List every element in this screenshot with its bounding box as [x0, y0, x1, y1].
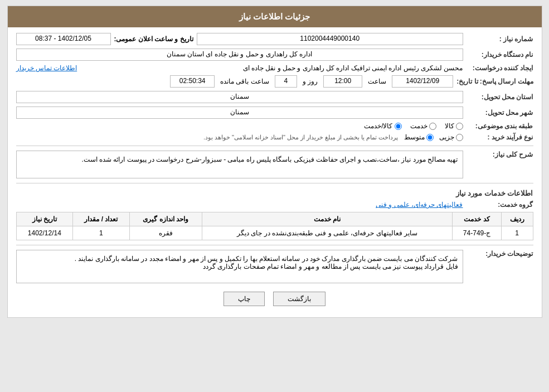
shahr-label: شهر محل تحویل:: [467, 109, 533, 117]
tabaqe-label: طبقه بندی موضوعی:: [467, 122, 533, 130]
mohlat-saat: 12:00: [323, 75, 362, 88]
tabaqe-kalakhedmat-radio[interactable]: [395, 123, 402, 130]
sharh-label: شرح کلی نیاز:: [467, 151, 533, 158]
mohlat-label: مهلت ارسال پاسخ: تا تاریخ:: [456, 78, 533, 85]
th-radif: ردیف: [501, 212, 533, 226]
th-tedad: تعداد / مقدار: [73, 212, 130, 226]
ettelaat-link[interactable]: اطلاعات تماس خریدار: [16, 64, 77, 72]
faravand-row: نوع فرآیند خرید : جزیی متوسط پرداخت تمام…: [16, 133, 533, 141]
tarikh-value: 1402/12/05 - 08:37: [16, 33, 111, 45]
tawziat-row: توضیحات خریدار: شرکت کنندگان می بایست ضم…: [16, 250, 533, 283]
page-title: جزئیات اطلاعات نیاز: [239, 12, 310, 21]
sharh-value: تهیه مصالح مورد نیاز ،ساخت،نصب و اجرای ح…: [16, 151, 463, 178]
tabaqe-khedmat-label: خدمت: [410, 122, 427, 130]
tawziat-label: توضیحات خریدار:: [467, 250, 533, 258]
tabaqe-row: طبقه بندی موضوعی: کالا خدمت کالا/خدمت: [16, 122, 533, 130]
services-section-title: اطلاعات خدمات مورد نیاز: [16, 189, 533, 197]
faravand-jozei-label: جزیی: [439, 133, 454, 141]
tabaqe-kala-radio[interactable]: [456, 123, 463, 130]
th-kod-khedmat: کد خدمت: [453, 212, 502, 226]
cell-radif: 1: [501, 226, 533, 240]
shomara-niaz-row: شماره نیاز : 1102004449000140 تاریخ و سا…: [16, 33, 533, 45]
cell-tarikh-niaz: 1402/12/14: [16, 226, 73, 240]
ostan-value: سمنان: [16, 91, 463, 103]
ostan-row: استان محل تحویل: سمنان: [16, 91, 533, 103]
tabaqe-kala-item: کالا: [445, 122, 463, 130]
tabaqe-kala-label: کالا: [445, 122, 454, 130]
faravand-note: پرداخت تمام یا بخشی از مبلغ خریدار از مح…: [203, 134, 399, 141]
tabaqe-radio-group: کالا خدمت کالا/خدمت: [16, 122, 463, 130]
tawziat-value: شرکت کنندگان می بایست ضمن بارگذاری مدارک…: [16, 250, 463, 283]
faravand-motovaset-item: متوسط: [404, 133, 434, 141]
page-container: جزئیات اطلاعات نیاز شماره نیاز : 1102004…: [7, 6, 542, 318]
shahr-value: سمنان: [16, 107, 463, 119]
shomara-niaz-value: 1102004449000140: [197, 33, 463, 45]
baqi-label: ساعت باقی مانده: [220, 78, 269, 85]
nam-dastaghah-label: نام دستگاه خریدار:: [467, 51, 533, 59]
nam-dastaghah-value: اداره کل راهداری و حمل و نقل جاده ای است…: [16, 49, 463, 61]
cell-nam-khedmat: سایر فعالیتهای حرفه‌ای، علمی و فنی طبقه‌…: [202, 226, 453, 240]
shomara-niaz-label: شماره نیاز :: [467, 35, 533, 43]
faravand-jozei-radio[interactable]: [456, 134, 463, 141]
cell-tedad: 1: [73, 226, 130, 240]
table-row: 1 ج-749-74 سایر فعالیتهای حرفه‌ای، علمی …: [16, 226, 533, 240]
buttons-row: بازگشت چاپ: [16, 292, 533, 306]
ijad-konande-label: ایجاد کننده درخواست:: [467, 64, 533, 72]
mohlat-roz: 4: [275, 75, 297, 88]
th-vahed: واحد اندازه گیری: [129, 212, 202, 226]
tarikh-label: تاریخ و ساعت اعلان عمومی:: [114, 35, 193, 43]
mohlat-date: 1402/12/09: [392, 75, 453, 88]
tabaqe-kalakhedmat-label: کالا/خدمت: [364, 122, 392, 130]
shahr-row: شهر محل تحویل: سمنان: [16, 107, 533, 119]
faravand-motovaset-radio[interactable]: [426, 134, 434, 141]
grooh-khedmat-value[interactable]: فعالیتهای حرفه‌ای، علمی و فنی: [376, 201, 463, 209]
mohlat-row: مهلت ارسال پاسخ: تا تاریخ: 1402/12/09 سا…: [16, 75, 533, 88]
roz-label: روز و: [303, 78, 318, 85]
faravand-jozei-item: جزیی: [439, 133, 463, 141]
cell-kod-khedmat: ج-749-74: [453, 226, 502, 240]
th-tarikh-niaz: تاریخ نیاز: [16, 212, 73, 226]
chap-button[interactable]: چاپ: [224, 292, 265, 306]
grooh-khedmat-row: گروه خدمت: فعالیتهای حرفه‌ای، علمی و فنی: [16, 201, 533, 209]
grooh-khedmat-label: گروه خدمت:: [467, 201, 533, 209]
tabaqe-kalakhedmat-item: کالا/خدمت: [364, 122, 401, 130]
mohlat-baqi: 02:50:34: [170, 75, 215, 88]
cell-vahed: فقره: [129, 226, 202, 240]
ijad-konande-row: ایجاد کننده درخواست: محسن لشکری رئیس ادا…: [16, 64, 533, 72]
services-table: ردیف کد خدمت نام خدمت واحد اندازه گیری ت…: [16, 212, 533, 240]
ostan-label: استان محل تحویل:: [467, 93, 533, 101]
faravand-motovaset-label: متوسط: [404, 133, 425, 141]
sharh-row: شرح کلی نیاز: تهیه مصالح مورد نیاز ،ساخت…: [16, 151, 533, 178]
page-header: جزئیات اطلاعات نیاز: [8, 6, 542, 27]
content: شماره نیاز : 1102004449000140 تاریخ و سا…: [8, 27, 542, 317]
bazgasht-button[interactable]: بازگشت: [273, 292, 325, 306]
table-header-row: ردیف کد خدمت نام خدمت واحد اندازه گیری ت…: [16, 212, 533, 226]
nam-dastaghah-row: نام دستگاه خریدار: اداره کل راهداری و حم…: [16, 49, 533, 61]
saat-label: ساعت: [368, 78, 386, 85]
faravand-label: نوع فرآیند خرید :: [467, 133, 533, 141]
tabaqe-khedmat-radio[interactable]: [429, 123, 436, 130]
th-nam-khedmat: نام خدمت: [202, 212, 453, 226]
ijad-konande-value: محسن لشکری رئیس اداره ایمنی ترافیک اداره…: [80, 64, 463, 72]
faravand-options: جزیی متوسط پرداخت تمام یا بخشی از مبلغ خ…: [16, 133, 463, 141]
tabaqe-khedmat-item: خدمت: [410, 122, 436, 130]
